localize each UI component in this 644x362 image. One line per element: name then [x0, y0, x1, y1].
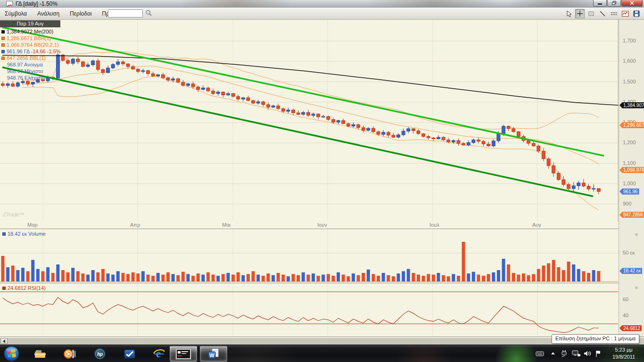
- volume-bar: [172, 274, 175, 281]
- candle: [277, 104, 280, 110]
- candle: [327, 115, 330, 121]
- volume-bar: [281, 275, 285, 281]
- volume-bar: [132, 272, 135, 281]
- price-tick: 1,000: [623, 181, 636, 186]
- legend-row: 968.97 Ανοιγμα: [1, 61, 61, 68]
- network-tray-icon[interactable]: [571, 350, 580, 357]
- candle: [252, 99, 255, 104]
- volume-bar: [557, 267, 560, 281]
- legend-row: 847.2856 BBL(1): [1, 55, 61, 61]
- volume-bar: [226, 273, 230, 281]
- keyboard-tray-icon[interactable]: [536, 350, 544, 357]
- taskbar-clock[interactable]: 5:23 μμ 19/8/2011: [606, 346, 641, 361]
- candle: [141, 69, 145, 74]
- price-chart[interactable]: [0, 20, 619, 222]
- volume-bar: [512, 273, 515, 281]
- candle: [542, 148, 545, 161]
- pointer-tool-button[interactable]: [564, 9, 573, 18]
- volume-bar: [542, 265, 545, 281]
- rsi-swatch: [2, 287, 6, 290]
- menu-periodoi[interactable]: Περίοδοι: [70, 10, 91, 17]
- legend-text: 1,286.6671 BBH(1): [7, 35, 51, 41]
- volume-bar: [111, 275, 115, 281]
- horizontal-scrollbar[interactable]: [0, 337, 644, 345]
- candle: [101, 68, 105, 75]
- chart-type-tool-button[interactable]: [620, 9, 630, 18]
- candle: [237, 95, 240, 101]
- volume-bar: [107, 273, 110, 281]
- close-rsi-panel-button[interactable]: ×: [633, 285, 640, 291]
- crosshair-tool-button[interactable]: [575, 9, 585, 18]
- volume-bar: [262, 276, 265, 281]
- internet-explorer-icon[interactable]: e: [152, 347, 165, 361]
- search-input[interactable]: [108, 9, 143, 17]
- rsi-chart[interactable]: [0, 284, 619, 337]
- zoom-rect-tool-button[interactable]: [586, 9, 596, 18]
- explorer-icon[interactable]: [33, 347, 47, 361]
- price-tick: 1,100: [623, 160, 636, 166]
- ztrade-chart-taskbar-button[interactable]: [170, 346, 197, 362]
- action-center-flag-icon[interactable]: [594, 350, 603, 357]
- trend-channel-upper[interactable]: [2, 27, 604, 156]
- save-tool-button[interactable]: [632, 9, 641, 18]
- volume-bar: [317, 276, 320, 281]
- hp-icon[interactable]: hp: [93, 347, 107, 361]
- volume-bar: [161, 275, 165, 281]
- scroll-left-button[interactable]: [0, 338, 8, 344]
- candle: [487, 141, 490, 147]
- volume-bar: [101, 269, 105, 281]
- volume-bar: [212, 275, 215, 281]
- candle: [382, 130, 385, 137]
- candle: [312, 112, 315, 117]
- volume-bar: [382, 273, 385, 281]
- date-tab: Παρ 19 Αυγ: [0, 20, 60, 27]
- candle: [222, 91, 225, 98]
- menu-analysi[interactable]: Ανάλυση: [37, 10, 59, 17]
- power-tray-icon[interactable]: [560, 350, 569, 357]
- volume-bar: [537, 269, 540, 281]
- word-taskbar-button[interactable]: W: [200, 346, 227, 362]
- candle: [587, 184, 590, 191]
- minimize-button[interactable]: [593, 0, 607, 7]
- menu-symbola[interactable]: Σύμβολα: [5, 10, 27, 17]
- volume-bar: [191, 276, 195, 281]
- rsi-tag: 24.6812: [619, 325, 642, 331]
- ztrade-icon[interactable]: [123, 347, 136, 361]
- volume-bar: [56, 264, 59, 281]
- legend-text: 968.97 Μέγιστο: [7, 68, 43, 74]
- candle: [247, 96, 250, 101]
- show-hidden-icons-button[interactable]: [550, 350, 558, 357]
- volume-bar: [357, 275, 360, 281]
- app-icon: [6, 1, 13, 6]
- dotted-line-tool-button[interactable]: [609, 9, 619, 18]
- volume-bar: [592, 270, 595, 281]
- candle: [407, 127, 410, 133]
- candle: [96, 58, 99, 72]
- start-button[interactable]: [3, 346, 20, 362]
- volume-bar: [467, 273, 470, 281]
- rsi-line: [3, 297, 599, 333]
- close-volume-panel-button[interactable]: ×: [633, 231, 640, 238]
- volume-chart[interactable]: [0, 230, 619, 283]
- candle: [492, 140, 495, 148]
- volume-bar: [497, 270, 500, 281]
- volume-bar: [1, 256, 5, 281]
- volume-tray-icon[interactable]: [583, 350, 592, 357]
- price-tag: 1,286.667: [619, 122, 644, 128]
- volume-bar: [266, 273, 270, 281]
- media-player-icon[interactable]: [63, 347, 76, 361]
- restore-button[interactable]: [607, 0, 621, 7]
- candle: [262, 101, 265, 107]
- volume-bar: [121, 273, 124, 281]
- indicator-legend: 1,384.9072 Me(200)1,286.6671 BBH(1)1,066…: [1, 28, 61, 81]
- trendline-tool-button[interactable]: [598, 9, 607, 18]
- volume-bar: [407, 269, 410, 281]
- window-controls: [593, 0, 643, 7]
- candle: [182, 80, 185, 87]
- close-button[interactable]: [621, 0, 643, 7]
- volume-bar: [216, 276, 220, 281]
- search-icon[interactable]: [145, 9, 152, 18]
- price-tag: 961.96: [619, 189, 639, 195]
- candle: [71, 58, 74, 66]
- volume-bar: [21, 268, 25, 281]
